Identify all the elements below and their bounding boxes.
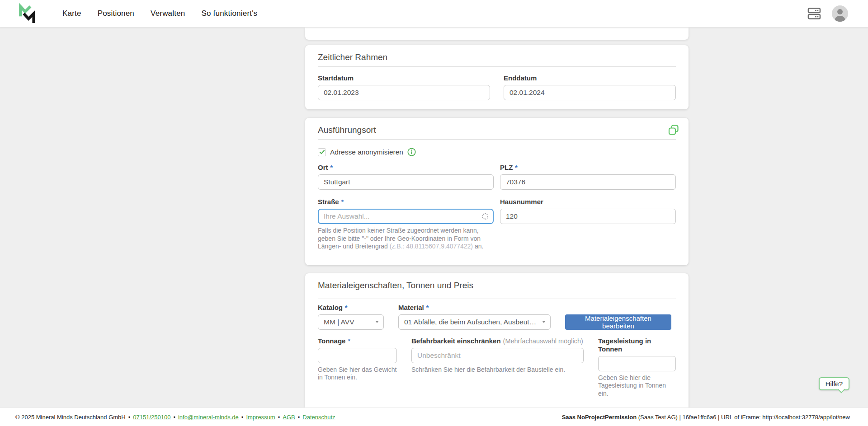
section-title-material: Materialeigenschaften, Tonnen und Preis	[318, 281, 676, 290]
main-navigation: Karte Positionen Verwalten So funktionie…	[62, 9, 257, 18]
mineral-minds-logo-icon[interactable]	[17, 3, 39, 24]
previous-section-card-partial	[305, 28, 689, 40]
enddatum-label-text: Enddatum	[504, 74, 537, 82]
material-selected-value: 01 Abfälle, die beim Aufsuchen, Ausbeute…	[404, 318, 539, 326]
footer-email-link[interactable]: info@mineral-minds.de	[178, 414, 239, 421]
hausnummer-label-text: Hausnummer	[500, 198, 543, 206]
enddatum-input[interactable]	[504, 85, 676, 100]
zeitlicher-rahmen-card: Zeitlicher Rahmen Startdatum Enddatum	[305, 45, 689, 109]
footer-left: © 2025 Mineral Minds Deutschland GmbH • …	[15, 414, 335, 421]
footer-separator: •	[298, 414, 300, 421]
katalog-select[interactable]: MM | AVV	[318, 314, 384, 330]
hausnummer-label: Hausnummer	[500, 198, 676, 206]
page-footer: © 2025 Mineral Minds Deutschland GmbH • …	[0, 407, 868, 426]
tagesleistung-input[interactable]	[598, 356, 676, 371]
startdatum-field-block: Startdatum	[318, 74, 490, 100]
footer-environment-info: (Saas Test AG) | 16fae1ffc6a6 | URL of i…	[637, 414, 850, 421]
material-field-block: Material * 01 Abfälle, die beim Aufsuche…	[398, 304, 551, 330]
befahrbarkeit-label-text: Befahrbarkeit einschränken	[411, 337, 501, 345]
startdatum-input[interactable]	[318, 85, 490, 100]
hausnummer-field-block: Hausnummer	[500, 198, 676, 251]
nav-item-positionen[interactable]: Positionen	[98, 9, 134, 18]
katalog-selected-value: MM | AVV	[324, 318, 373, 326]
footer-tenant-name: Saas NoProjectPermission	[562, 414, 637, 421]
tonnage-input[interactable]	[318, 348, 397, 363]
material-select[interactable]: 01 Abfälle, die beim Aufsuchen, Ausbeute…	[398, 314, 551, 330]
required-marker: *	[330, 164, 333, 172]
navbar-right-icons	[807, 5, 868, 22]
footer-datenschutz-link[interactable]: Datenschutz	[302, 414, 335, 421]
materialeigenschaften-bearbeiten-button[interactable]: Materialeigenschaften bearbeiten	[565, 314, 671, 330]
befahrbarkeit-label: Befahrbarkeit einschränken (Mehrfachausw…	[411, 337, 584, 345]
ausfuehrungsort-card: Ausführungsort Adresse anonymisieren Ort…	[305, 118, 689, 265]
ort-field-block: Ort *	[318, 164, 494, 190]
lot-form: Zeitlicher Rahmen Startdatum Enddatum Au…	[305, 28, 689, 426]
plz-field-block: PLZ *	[500, 164, 676, 190]
strasse-label: Straße *	[318, 198, 494, 206]
section-divider	[318, 139, 676, 140]
katalog-label: Katalog *	[318, 304, 384, 312]
hausnummer-input[interactable]	[500, 209, 676, 224]
tonnage-label-text: Tonnage	[318, 337, 345, 345]
nav-item-karte[interactable]: Karte	[62, 9, 81, 18]
strasse-hint-text-end: an.	[473, 243, 483, 250]
section-divider	[318, 299, 676, 299]
plz-label: PLZ *	[500, 164, 676, 172]
material-card: Materialeigenschaften, Tonnen und Preis …	[305, 273, 689, 426]
strasse-input[interactable]	[318, 209, 494, 224]
footer-separator: •	[278, 414, 280, 421]
server-dns-icon[interactable]	[807, 7, 821, 20]
anonymisieren-label: Adresse anonymisieren	[330, 148, 403, 156]
required-marker: *	[426, 304, 429, 312]
strasse-hint-example: (z.B.: 48.8115607,9.4077422)	[390, 243, 473, 250]
plz-label-text: PLZ	[500, 164, 513, 172]
startdatum-label: Startdatum	[318, 74, 490, 82]
top-navbar: Karte Positionen Verwalten So funktionie…	[0, 0, 868, 28]
nav-item-so-funktionierts[interactable]: So funktioniert's	[202, 9, 258, 18]
katalog-field-block: Katalog * MM | AVV	[318, 304, 384, 330]
footer-impressum-link[interactable]: Impressum	[246, 414, 275, 421]
ort-input[interactable]	[318, 174, 494, 190]
ort-label: Ort *	[318, 164, 494, 172]
section-divider	[318, 66, 676, 67]
required-marker: *	[345, 304, 347, 312]
check-icon	[319, 150, 325, 154]
startdatum-label-text: Startdatum	[318, 74, 354, 82]
tagesleistung-field-block: Tagesleistung in Tonnen Geben Sie hier d…	[598, 337, 676, 398]
footer-separator: •	[173, 414, 175, 421]
befahrbarkeit-hint: Schränken Sie hier die Befahrbarkeit der…	[411, 366, 584, 374]
required-marker: *	[515, 164, 517, 172]
footer-agb-link[interactable]: AGB	[283, 414, 295, 421]
enddatum-label: Enddatum	[504, 74, 676, 82]
anonymisieren-checkbox[interactable]	[318, 148, 326, 156]
footer-copyright: © 2025 Mineral Minds Deutschland GmbH	[15, 414, 126, 421]
footer-separator: •	[128, 414, 131, 421]
person-icon	[832, 5, 848, 22]
chevron-down-icon	[375, 321, 379, 323]
loading-spinner-icon	[482, 213, 488, 220]
strasse-hint: Falls die Position keiner Straße zugeord…	[318, 227, 487, 251]
user-avatar[interactable]	[832, 5, 848, 22]
strasse-label-text: Straße	[318, 198, 339, 206]
tagesleistung-label-text: Tagesleistung in Tonnen	[598, 337, 676, 353]
befahrbarkeit-field-block: Befahrbarkeit einschränken (Mehrfachausw…	[411, 337, 584, 374]
befahrbarkeit-label-suffix: (Mehrfachauswahl möglich)	[503, 337, 583, 345]
section-title-zeitlicher-rahmen: Zeitlicher Rahmen	[318, 52, 676, 62]
copy-duplicate-icon[interactable]	[668, 124, 679, 136]
material-label: Material *	[398, 304, 551, 312]
info-icon[interactable]	[407, 148, 416, 156]
footer-phone-link[interactable]: 07151/250100	[133, 414, 170, 421]
nav-item-verwalten[interactable]: Verwalten	[151, 9, 185, 18]
tagesleistung-label: Tagesleistung in Tonnen	[598, 337, 676, 353]
tonnage-field-block: Tonnage * Geben Sie hier das Gewicht in …	[318, 337, 397, 382]
plz-input[interactable]	[500, 174, 676, 190]
befahrbarkeit-input[interactable]	[411, 348, 584, 363]
enddatum-field-block: Enddatum	[504, 74, 676, 100]
hilfe-button[interactable]: Hilfe?	[819, 377, 849, 390]
strasse-field-block: Straße * Falls die Position keiner Straß…	[318, 198, 494, 251]
footer-separator: •	[241, 414, 244, 421]
tonnage-label: Tonnage *	[318, 337, 397, 345]
material-label-text: Material	[398, 304, 424, 312]
section-title-ausfuehrungsort: Ausführungsort	[318, 125, 676, 135]
footer-right: Saas NoProjectPermission (Saas Test AG) …	[562, 414, 850, 421]
